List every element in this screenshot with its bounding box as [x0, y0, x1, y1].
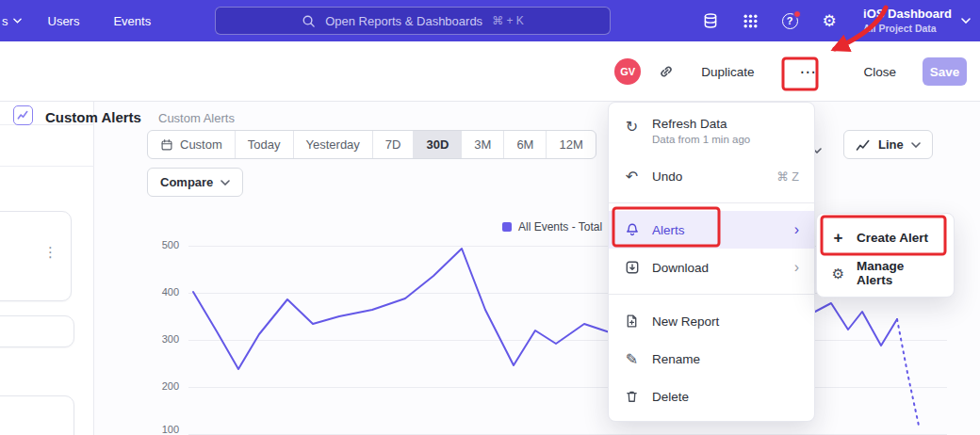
global-search-input[interactable]: Open Reports & Dashboards ⌘ + K [215, 7, 611, 35]
alerts-submenu: + Create Alert ⚙ Manage Alerts [816, 213, 955, 298]
close-button[interactable]: Close [863, 65, 896, 79]
series-swatch [502, 222, 512, 232]
report-icon [13, 105, 33, 125]
refresh-label: Refresh Data [652, 117, 750, 131]
range-today[interactable]: Today [235, 131, 293, 158]
menu-item-download[interactable]: Download › [609, 249, 814, 286]
nav-item-boards-label: s [2, 14, 8, 28]
range-30d[interactable]: 30D [413, 131, 461, 158]
query-card[interactable] [0, 315, 74, 347]
alerts-label: Alerts [652, 223, 782, 237]
chart-type-button[interactable]: Line [843, 130, 933, 159]
y-tick: 400 [149, 286, 179, 298]
bell-icon [624, 222, 640, 237]
kebab-menu-icon[interactable]: ⋮ [43, 244, 57, 261]
download-label: Download [652, 261, 782, 275]
range-custom-label: Custom [180, 137, 222, 152]
y-tick: 500 [149, 239, 179, 250]
gear-icon: ⚙ [830, 266, 846, 281]
range-3m[interactable]: 3M [461, 131, 503, 158]
create-alert-label: Create Alert [857, 231, 940, 245]
menu-item-alerts[interactable]: Alerts › [609, 211, 814, 249]
trash-icon [624, 389, 640, 404]
gridline [188, 340, 947, 341]
download-icon [624, 260, 640, 275]
pencil-icon: ✎ [624, 350, 640, 368]
project-switcher[interactable]: iOS Dashboard All Project Data [863, 7, 971, 34]
query-card[interactable] [0, 395, 74, 435]
chevron-down-icon [220, 180, 230, 185]
data-management-icon[interactable] [701, 11, 720, 30]
search-placeholder: Open Reports & Dashboards [325, 14, 482, 28]
undo-label: Undo [652, 169, 764, 184]
menu-item-refresh-data[interactable]: ↻ Refresh Data Data from 1 min ago [609, 108, 814, 157]
report-actions: GV Duplicate ⋯ Close Save [614, 41, 967, 102]
topbar: s Users Events Open Reports & Dashboards… [0, 0, 980, 41]
query-builder-panel: ⋮ [0, 102, 94, 435]
range-custom[interactable]: Custom [148, 131, 235, 158]
chart-legend[interactable]: All Events - Total [502, 220, 602, 234]
search-shortcut: ⌘ + K [492, 14, 524, 27]
line-chart-icon [856, 138, 871, 152]
menu-divider [609, 202, 814, 203]
plus-icon: + [830, 230, 846, 246]
apps-grid-icon[interactable] [741, 11, 760, 30]
duplicate-button[interactable]: Duplicate [701, 65, 754, 79]
calendar-icon [160, 138, 173, 152]
chevron-down-icon [911, 142, 921, 148]
app-window: s Users Events Open Reports & Dashboards… [0, 0, 980, 435]
chevron-right-icon: › [794, 260, 799, 275]
refresh-sub: Data from 1 min ago [652, 134, 750, 145]
undo-icon: ↶ [624, 168, 640, 185]
menu-item-rename[interactable]: ✎ Rename [609, 340, 814, 378]
gridline [188, 387, 947, 388]
new-report-label: New Report [652, 314, 799, 329]
date-range-control: Custom Today Yesterday 7D 30D 3M 6M 12M [147, 130, 596, 159]
topbar-actions: ? ⚙ iOS Dashboard All Project Data [701, 0, 971, 41]
delete-label: Delete [652, 390, 799, 404]
chevron-down-icon [961, 18, 971, 24]
y-tick: 100 [149, 424, 179, 435]
menu-item-delete[interactable]: Delete [609, 378, 814, 415]
rename-label: Rename [652, 352, 799, 366]
breadcrumb[interactable]: Custom Alerts [158, 111, 235, 125]
new-report-icon [624, 314, 640, 329]
report-header: Custom Alerts Custom Alerts GV Duplicate… [0, 41, 980, 102]
nav-item-events[interactable]: Events [96, 14, 168, 28]
chevron-right-icon: › [794, 222, 799, 237]
nav-item-boards[interactable]: s [0, 14, 31, 28]
topbar-nav: s Users Events [0, 0, 168, 41]
more-options-menu: ↻ Refresh Data Data from 1 min ago ↶ Und… [608, 102, 815, 422]
more-options-button[interactable]: ⋯ [793, 58, 822, 85]
avatar[interactable]: GV [614, 58, 641, 85]
nav-item-users[interactable]: Users [31, 14, 97, 28]
query-card[interactable]: ⋮ [0, 211, 72, 301]
chart-type-label: Line [878, 137, 904, 152]
chevron-down-icon [13, 18, 22, 24]
menu-item-undo[interactable]: ↶ Undo ⌘ Z [609, 157, 814, 195]
series-label: All Events - Total [518, 220, 602, 234]
project-subtitle: All Project Data [863, 23, 952, 35]
divider [0, 166, 94, 167]
settings-gear-icon[interactable]: ⚙ [820, 11, 839, 30]
manage-alerts-label: Manage Alerts [857, 259, 940, 287]
range-6m[interactable]: 6M [503, 131, 546, 158]
submenu-item-manage-alerts[interactable]: ⚙ Manage Alerts [817, 255, 954, 291]
y-tick: 300 [149, 333, 179, 345]
range-7d[interactable]: 7D [372, 131, 414, 158]
page-title: Custom Alerts [45, 109, 141, 125]
submenu-item-create-alert[interactable]: + Create Alert [817, 219, 954, 255]
menu-item-new-report[interactable]: New Report [609, 302, 814, 340]
range-12m[interactable]: 12M [546, 131, 595, 158]
notification-dot [793, 10, 801, 18]
undo-shortcut: ⌘ Z [776, 169, 799, 184]
refresh-icon: ↻ [624, 118, 640, 136]
y-tick: 200 [149, 380, 179, 392]
search-icon [302, 14, 316, 28]
share-link-icon[interactable] [658, 63, 675, 80]
help-icon[interactable]: ? [780, 11, 799, 30]
range-yesterday[interactable]: Yesterday [293, 131, 372, 158]
project-title: iOS Dashboard [863, 7, 952, 22]
compare-button[interactable]: Compare [147, 168, 243, 197]
save-button[interactable]: Save [923, 57, 967, 86]
